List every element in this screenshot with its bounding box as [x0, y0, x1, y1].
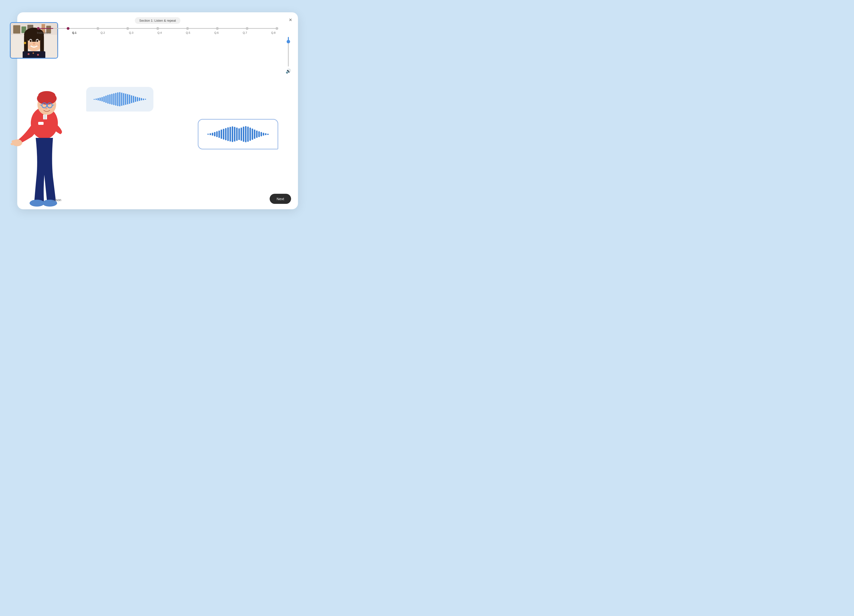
close-button[interactable]: × [289, 17, 292, 23]
waveform-bar [133, 96, 134, 103]
waveform-bar [249, 128, 251, 141]
connector-2 [99, 28, 126, 29]
svg-point-16 [24, 42, 26, 44]
progress-dot-q3[interactable] [126, 27, 129, 30]
waveform-bar [243, 127, 244, 142]
progress-label-q1: Q.1 [69, 31, 79, 34]
progress-labels: InstructionsQ.1Q.2Q.3Q.4Q.5Q.6Q.7Q.8 [37, 31, 278, 34]
chat-area [81, 47, 283, 189]
waveform-bar [258, 131, 260, 137]
progress-track [37, 27, 278, 30]
waveform-bar [115, 93, 116, 106]
bubble-left [86, 87, 153, 111]
svg-point-30 [45, 107, 47, 109]
next-button[interactable]: Next [270, 194, 291, 204]
connector-1 [69, 28, 96, 29]
svg-point-14 [37, 40, 38, 42]
waveform-bar [121, 93, 122, 106]
progress-area: InstructionsQ.1Q.2Q.3Q.4Q.5Q.6Q.7Q.8 [37, 27, 278, 34]
waveform-bar [238, 128, 240, 140]
waveform-bar [145, 99, 146, 100]
section-label: Section 1: Listen & repeat [135, 17, 180, 24]
waveform-bar [216, 131, 218, 137]
waveform-bar [221, 130, 222, 139]
svg-point-15 [33, 43, 35, 45]
waveform-bar [225, 128, 227, 140]
waveform-bar [107, 95, 108, 104]
svg-point-36 [11, 143, 14, 145]
progress-label-q4: Q.4 [155, 31, 165, 34]
progress-dot-q8[interactable] [276, 27, 278, 30]
waveform-right[interactable] [207, 125, 268, 143]
waveform-bar [214, 132, 215, 136]
waveform-bar [265, 133, 267, 135]
waveform-bar [218, 131, 220, 138]
waveform-bar [117, 92, 119, 106]
waveform-bar [223, 129, 224, 140]
waveform-bar [105, 96, 107, 103]
progress-label-q8: Q.8 [268, 31, 278, 34]
waveform-bar [137, 97, 138, 101]
progress-label-q3: Q.3 [126, 31, 136, 34]
svg-point-24 [38, 91, 55, 100]
volume-slider-track[interactable] [288, 37, 289, 67]
progress-dot-instructions[interactable] [37, 27, 40, 30]
waveform-bar [109, 94, 111, 104]
connector-6 [219, 28, 246, 29]
progress-dot-q5[interactable] [186, 27, 189, 30]
waveform-bar [101, 97, 103, 101]
waveform-bar [267, 134, 268, 135]
svg-point-37 [29, 200, 44, 207]
waveform-bar [232, 126, 233, 142]
waveform-bar [247, 127, 249, 142]
waveform-bar [143, 99, 144, 100]
svg-point-35 [12, 140, 15, 143]
waveform-bar [135, 96, 136, 102]
waveform-bar [212, 133, 213, 136]
waveform-bar [125, 93, 126, 105]
waveform-bar [127, 94, 128, 104]
waveform-bar [263, 133, 264, 136]
waveform-bar [141, 98, 142, 101]
waveform-left[interactable] [94, 92, 146, 107]
svg-point-18 [27, 53, 29, 55]
waveform-bar [131, 95, 132, 103]
waveform-bar [139, 98, 140, 101]
connector-5 [189, 28, 216, 29]
waveform-bar [123, 93, 124, 105]
connector-7 [249, 28, 276, 29]
progress-dot-q4[interactable] [156, 27, 159, 30]
progress-label-instructions: Instructions [37, 31, 51, 34]
waveform-bar [245, 126, 247, 142]
progress-dot-q2[interactable] [96, 27, 99, 30]
waveform-bar [256, 131, 258, 138]
waveform-bar [234, 127, 235, 142]
waveform-bar [227, 127, 229, 141]
svg-rect-32 [44, 114, 46, 119]
waveform-bar [230, 127, 231, 142]
svg-rect-33 [38, 122, 44, 125]
waveform-bar [207, 134, 209, 135]
waveform-bar [254, 130, 255, 139]
waveform-bar [99, 98, 101, 101]
progress-dot-q6[interactable] [216, 27, 219, 30]
person-illustration [10, 67, 74, 209]
svg-rect-2 [13, 25, 20, 34]
svg-rect-17 [23, 51, 45, 58]
progress-dot-q1[interactable] [67, 27, 69, 30]
waveform-bar [261, 132, 262, 136]
waveform-bar [241, 128, 242, 141]
volume-control[interactable]: 🔊 [286, 37, 291, 74]
svg-point-19 [32, 52, 34, 54]
progress-dot-q7[interactable] [246, 27, 249, 30]
svg-point-13 [30, 40, 32, 42]
waveform-bar [96, 99, 97, 100]
waveform-bar [111, 94, 113, 105]
progress-label-q7: Q.7 [240, 31, 250, 34]
connector-4 [159, 28, 186, 29]
bottom-label: ...rson [52, 198, 61, 202]
waveform-bar [98, 98, 99, 101]
volume-icon: 🔊 [286, 69, 291, 74]
volume-thumb[interactable] [287, 40, 290, 43]
waveform-bar [252, 128, 253, 140]
